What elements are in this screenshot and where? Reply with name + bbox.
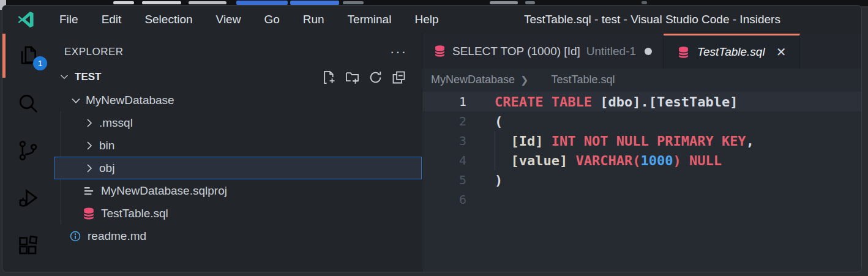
tree-item-label: obj <box>99 162 114 175</box>
more-actions-icon[interactable]: ··· <box>390 49 407 55</box>
code-token <box>681 153 689 168</box>
refresh-icon[interactable] <box>367 69 384 86</box>
tree-item-mynewdatabase-sqlproj[interactable]: MyNewDatabase.sqlproj <box>54 179 422 202</box>
menu-go[interactable]: Go <box>252 6 291 34</box>
tree-item-label: .mssql <box>99 116 133 130</box>
search-icon <box>16 91 40 116</box>
editor-group: SELECT TOP (1000) [Id]Untitled-1TestTabl… <box>422 34 861 272</box>
sidebar-header: EXPLORER ··· <box>54 34 422 65</box>
background-fragment <box>525 1 535 4</box>
tree-item-testtable-sql[interactable]: TestTable.sql <box>54 202 422 225</box>
code-token: [value] <box>511 153 568 168</box>
sqlproj-file-icon <box>82 184 95 198</box>
menu-selection[interactable]: Selection <box>133 6 204 34</box>
code-token <box>543 133 551 149</box>
code-token: [Id] <box>511 133 544 149</box>
code-line-3[interactable]: 3 [Id] INT NOT NULL PRIMARY KEY, <box>422 131 861 151</box>
code-editor[interactable]: 1CREATE TABLE [dbo].[TestTable]2(3 [Id] … <box>422 91 861 272</box>
tree-item-label: TestTable.sql <box>101 207 168 220</box>
code-token: ( <box>632 153 640 168</box>
breadcrumb[interactable]: MyNewDatabase ❯ TestTable.sql <box>422 69 861 91</box>
code-token: ) <box>495 173 503 188</box>
activity-extensions[interactable] <box>2 224 54 268</box>
database-icon <box>82 207 95 220</box>
code-token: VARCHAR <box>575 153 632 168</box>
vscode-insiders-logo-icon <box>16 10 36 29</box>
chevron-right-icon <box>82 161 97 176</box>
tree-item-label: MyNewDatabase <box>86 94 174 107</box>
line-number: 1 <box>422 94 466 109</box>
tab-title: SELECT TOP (1000) [Id] <box>452 45 580 58</box>
line-number: 3 <box>422 133 466 148</box>
menu-help[interactable]: Help <box>403 6 450 34</box>
close-icon[interactable]: ✕ <box>776 46 787 58</box>
indent-guide <box>495 151 495 170</box>
code-line-2[interactable]: 2( <box>422 111 861 131</box>
background-fragment <box>290 1 339 5</box>
tree-item-label: MyNewDatabase.sqlproj <box>101 184 227 198</box>
workbench: 1 EXPLORER ··· TEST MyNewDatabase.mssqlb… <box>2 34 861 272</box>
line-number: 2 <box>422 114 466 129</box>
background-fragment <box>142 1 181 4</box>
tree-item-bin[interactable]: bin <box>54 134 422 157</box>
indent-guide <box>495 131 495 151</box>
activity-search[interactable] <box>2 81 54 125</box>
explorer-badge: 1 <box>33 56 47 70</box>
tree-item-mynewdatabase[interactable]: MyNewDatabase <box>54 89 422 111</box>
section-label: TEST <box>75 71 321 83</box>
editor-tab-bar: SELECT TOP (1000) [Id]Untitled-1TestTabl… <box>422 34 861 69</box>
line-number: 5 <box>422 173 466 187</box>
line-number: 4 <box>422 153 466 168</box>
editor-tab-2[interactable]: TestTable.sql✕ <box>664 34 800 69</box>
active-view-indicator <box>2 34 6 78</box>
breadcrumb-file[interactable]: TestTable.sql <box>551 73 615 86</box>
code-token: ( <box>495 114 503 129</box>
code-line-6[interactable]: 6 <box>422 190 861 209</box>
chevron-down-icon <box>58 70 72 84</box>
explorer-title: EXPLORER <box>64 46 124 58</box>
code-line-5[interactable]: 5) <box>422 170 861 190</box>
activity-bar: 1 <box>2 34 54 272</box>
menu-file[interactable]: File <box>48 6 90 34</box>
background-fragment <box>113 1 134 4</box>
menu-view[interactable]: View <box>204 6 253 34</box>
source-control-icon <box>16 138 40 163</box>
code-token <box>495 133 511 149</box>
background-fragment <box>343 1 364 4</box>
tree-item--mssql[interactable]: .mssql <box>54 111 422 134</box>
explorer-sidebar: EXPLORER ··· TEST MyNewDatabase.mssqlbin… <box>54 34 422 272</box>
background-fragment <box>642 1 647 4</box>
code-line-1[interactable]: 1CREATE TABLE [dbo].[TestTable] <box>422 92 861 111</box>
tree-item-readme-md[interactable]: readme.md <box>54 225 422 247</box>
tree-item-obj[interactable]: obj <box>54 157 422 179</box>
collapse-all-icon[interactable] <box>391 69 407 86</box>
menu-run[interactable]: Run <box>291 6 336 34</box>
editor-tab-1[interactable]: SELECT TOP (1000) [Id]Untitled-1 <box>422 34 664 69</box>
code-token: NULL <box>689 153 722 168</box>
breadcrumb-root[interactable]: MyNewDatabase <box>431 73 515 86</box>
activity-run-debug[interactable] <box>2 176 54 220</box>
code-token: , <box>746 133 754 149</box>
line-number: 6 <box>422 192 466 207</box>
chevron-right-icon <box>82 138 97 153</box>
activity-explorer[interactable]: 1 <box>2 34 54 78</box>
new-folder-icon[interactable] <box>344 69 361 86</box>
new-file-icon[interactable] <box>321 69 337 86</box>
menu-terminal[interactable]: Terminal <box>336 6 403 34</box>
chevron-down-icon <box>69 93 83 108</box>
breadcrumb-separator-icon: ❯ <box>520 74 528 86</box>
extensions-icon <box>16 234 40 258</box>
code-token: INT NOT NULL PRIMARY KEY <box>552 133 746 149</box>
explorer-section-test[interactable]: TEST <box>54 65 422 89</box>
file-tree: MyNewDatabase.mssqlbinobjMyNewDatabase.s… <box>54 89 422 272</box>
code-token: 1000 <box>640 153 673 168</box>
menu-edit[interactable]: Edit <box>90 6 133 34</box>
activity-source-control[interactable] <box>2 129 54 173</box>
code-token <box>592 94 600 110</box>
menu-bar: FileEditSelectionViewGoRunTerminalHelp <box>48 6 451 34</box>
code-line-4[interactable]: 4 [value] VARCHAR(1000) NULL <box>422 151 861 170</box>
tree-item-label: bin <box>99 139 114 152</box>
modified-dot-icon <box>645 48 652 55</box>
info-icon <box>69 229 82 243</box>
database-icon <box>433 45 446 58</box>
